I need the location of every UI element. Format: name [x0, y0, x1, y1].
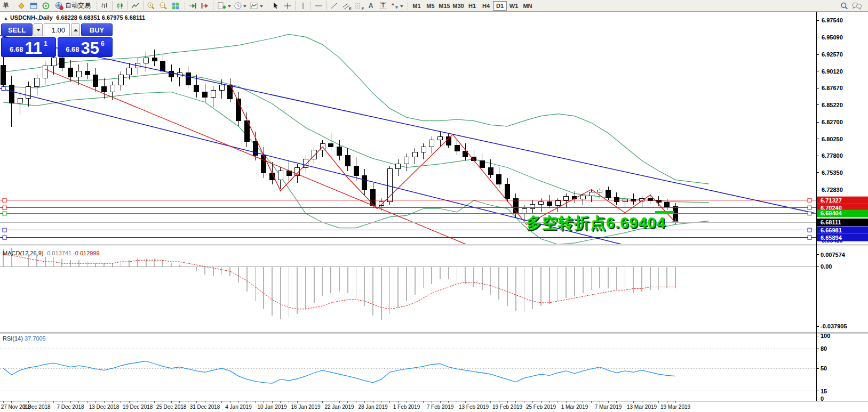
trade-panel-top-row: SELL BUY	[1, 23, 113, 36]
candle-body	[429, 140, 434, 147]
candle-body	[345, 155, 350, 166]
timeframe-m5[interactable]: M5	[424, 1, 437, 11]
timeframe-m1[interactable]: M1	[410, 1, 424, 11]
autotrading-button[interactable]: 自动交易	[52, 1, 93, 11]
partial-button-label: 单	[3, 1, 9, 10]
date-axis-label: 7 Mar 2019	[595, 404, 622, 410]
arrows-tool-button[interactable]	[389, 1, 404, 11]
toolbar-grip[interactable]	[12, 2, 14, 10]
period-clock-button[interactable]	[233, 1, 248, 11]
timeframe-mn[interactable]: MN	[521, 1, 535, 11]
buy-button[interactable]: BUY	[81, 23, 113, 36]
volume-input[interactable]	[44, 23, 70, 36]
chart-ohlc-values: 6.68228 6.68351 6.67975 6.68111	[56, 14, 145, 21]
candle-body	[93, 75, 98, 86]
search-icon[interactable]	[838, 1, 850, 11]
price-marker-value[interactable]: 6.68111	[821, 219, 841, 225]
rsi-indicator-label: RSI(14) 37.7005	[3, 335, 46, 342]
text-label-tool-button[interactable]: T	[377, 1, 389, 11]
chart-shift-button[interactable]	[199, 1, 211, 11]
candlestick-mode-button[interactable]	[114, 1, 126, 11]
timeframe-h1[interactable]: H1	[465, 1, 479, 11]
vertical-line-tool-button[interactable]	[297, 1, 309, 11]
buy-price-tile[interactable]: 6.68 35 6	[58, 37, 113, 57]
sell-price-pips: 11	[25, 41, 42, 55]
line-handle[interactable]	[808, 198, 811, 202]
crosshair-tool-button[interactable]	[282, 1, 293, 11]
cursor-tool-button[interactable]	[269, 1, 281, 11]
line-chart-mode-button[interactable]	[130, 1, 141, 11]
equidistant-channel-tool-button[interactable]: E	[340, 1, 352, 11]
line-handle[interactable]	[3, 228, 6, 232]
timeframe-m30[interactable]: M30	[451, 1, 465, 11]
line-handle[interactable]	[3, 206, 6, 209]
candle-body	[211, 91, 216, 98]
price-marker-value[interactable]: 6.65894	[821, 235, 842, 241]
indicators-template-button[interactable]	[248, 1, 264, 11]
zoom-in-button[interactable]	[145, 1, 157, 11]
label-t-glyph: T	[380, 2, 386, 9]
volume-increase-button[interactable]	[71, 23, 80, 36]
toolbar-grip[interactable]	[212, 2, 214, 10]
gold-diamond-icon[interactable]	[15, 1, 27, 11]
line-handle[interactable]	[808, 228, 811, 232]
line-handle[interactable]	[3, 212, 6, 215]
macd-axis-label: 0.00	[821, 263, 832, 270]
horizontal-line-tool-button[interactable]	[313, 1, 324, 11]
candle-body	[606, 190, 611, 198]
timeframe-d1[interactable]: D1	[493, 1, 507, 11]
timeframe-h4[interactable]: H4	[479, 1, 493, 11]
tile-windows-button[interactable]	[170, 1, 181, 11]
date-axis-label: 1 Feb 2019	[393, 404, 420, 410]
price-axis-tick-label: 6.92570	[822, 51, 843, 58]
chat-icon[interactable]	[850, 1, 863, 11]
timeframe-w1[interactable]: W1	[507, 1, 521, 11]
volume-decrease-button[interactable]	[34, 23, 43, 36]
line-handle[interactable]	[808, 206, 811, 209]
toolbar-grip[interactable]	[95, 2, 97, 10]
timeframe-m15[interactable]: M15	[437, 1, 451, 11]
rsi-axis-label: 15	[821, 388, 827, 394]
candle-body	[387, 169, 392, 202]
zoom-out-button[interactable]	[157, 1, 169, 11]
toolbar-grip[interactable]	[266, 2, 268, 10]
date-axis-label: 13 Feb 2019	[459, 404, 489, 410]
line-handle[interactable]	[3, 198, 6, 202]
candle-body	[455, 146, 459, 151]
dropdown-caret-icon	[228, 5, 231, 9]
date-axis-label: 3 Dec 2018	[23, 404, 51, 410]
candle-body	[60, 58, 65, 68]
rsi-axis-label: 0	[821, 395, 824, 402]
toolbar-grip[interactable]	[406, 2, 408, 10]
sell-price-tile[interactable]: 6.68 11 1	[1, 37, 56, 57]
text-tool-button[interactable]: A	[365, 1, 377, 11]
fibonacci-tool-button[interactable]: F	[353, 1, 364, 11]
candle-body	[446, 136, 451, 146]
macd-axis-label: 0.007574	[821, 252, 846, 258]
price-marker-value[interactable]: 6.69404	[821, 210, 842, 216]
bar-chart-mode-button[interactable]	[99, 1, 110, 11]
candle-body	[614, 198, 619, 202]
candle-body	[539, 202, 544, 205]
market-watch-window-icon[interactable]	[28, 1, 39, 11]
price-marker-value[interactable]: 6.66981	[821, 227, 842, 233]
new-order-button[interactable]	[216, 1, 232, 11]
sell-price-fraction: 1	[44, 40, 47, 47]
rsi-value: 37.7005	[25, 335, 46, 342]
dropdown-caret-icon	[400, 5, 403, 9]
chart-symbol-period: USDCNH-,Daily	[10, 14, 53, 21]
toolbar-separator	[143, 1, 144, 10]
line-handle[interactable]	[808, 212, 811, 215]
signal-icon[interactable]	[40, 1, 52, 11]
trendline-tool-button[interactable]	[328, 1, 340, 11]
toolbar-button-partial[interactable]: 单	[2, 1, 10, 11]
line-handle[interactable]	[808, 236, 811, 239]
line-handle[interactable]	[3, 236, 6, 239]
rsi-name: RSI(14)	[3, 335, 23, 342]
line-handle[interactable]	[2, 87, 5, 91]
toolbar-grip[interactable]	[183, 2, 185, 10]
price-marker-value[interactable]: 6.71327	[821, 197, 842, 204]
sell-button[interactable]: SELL	[1, 23, 33, 36]
collapse-arrow-icon[interactable]: ▲	[4, 16, 8, 21]
auto-scroll-button[interactable]	[187, 1, 198, 11]
